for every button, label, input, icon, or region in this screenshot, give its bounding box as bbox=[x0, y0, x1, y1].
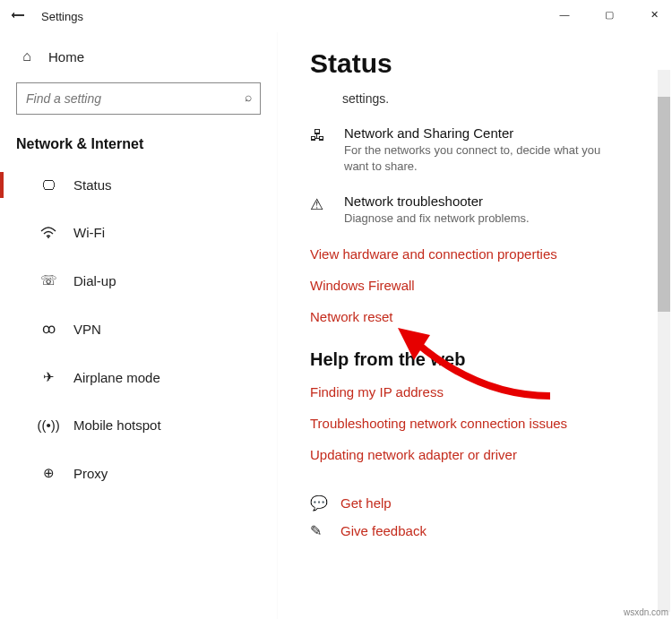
sidebar-item-label: VPN bbox=[73, 322, 101, 337]
airplane-icon: ✈ bbox=[39, 369, 57, 385]
sidebar: ⌂ Home ⌕ Network & Internet 🖵 Status Wi-… bbox=[0, 32, 278, 619]
sidebar-item-label: Wi-Fi bbox=[73, 225, 105, 240]
proxy-icon: ⊕ bbox=[39, 465, 57, 481]
wifi-icon bbox=[39, 227, 57, 239]
home-label: Home bbox=[48, 49, 84, 64]
link-firewall[interactable]: Windows Firewall bbox=[310, 278, 652, 293]
sidebar-item-status[interactable]: 🖵 Status bbox=[13, 167, 277, 203]
svg-point-0 bbox=[47, 236, 49, 238]
sidebar-item-hotspot[interactable]: ((•)) Mobile hotspot bbox=[13, 407, 277, 443]
vpn-icon: ꝏ bbox=[39, 321, 57, 337]
home-nav[interactable]: ⌂ Home bbox=[13, 39, 277, 73]
sharing-icon: 🖧 bbox=[310, 125, 330, 174]
get-help-link: Get help bbox=[340, 495, 392, 511]
close-button[interactable]: ✕ bbox=[642, 5, 667, 23]
sidebar-item-label: Mobile hotspot bbox=[73, 417, 161, 433]
help-heading: Help from the web bbox=[310, 349, 652, 370]
feedback-row[interactable]: ✎ Give feedback bbox=[310, 522, 652, 539]
link-network-reset[interactable]: Network reset bbox=[310, 309, 652, 324]
row-desc: For the networks you connect to, decide … bbox=[344, 142, 622, 174]
sidebar-item-airplane[interactable]: ✈ Airplane mode bbox=[13, 358, 277, 396]
sidebar-item-label: Dial-up bbox=[73, 273, 116, 288]
watermark: wsxdn.com bbox=[624, 607, 668, 617]
scrollbar-thumb[interactable] bbox=[658, 97, 670, 312]
hotspot-icon: ((•)) bbox=[39, 417, 57, 433]
sharing-center-row[interactable]: 🖧 Network and Sharing Center For the net… bbox=[310, 125, 652, 174]
feedback-icon: ✎ bbox=[310, 522, 328, 539]
sidebar-item-label: Airplane mode bbox=[73, 370, 160, 385]
feedback-link: Give feedback bbox=[340, 523, 426, 538]
sidebar-item-label: Status bbox=[73, 177, 112, 193]
main-panel: Status settings. 🖧 Network and Sharing C… bbox=[278, 32, 672, 619]
warning-icon: ⚠ bbox=[310, 193, 330, 227]
search-icon: ⌕ bbox=[245, 90, 252, 104]
sidebar-item-label: Proxy bbox=[73, 466, 108, 481]
maximize-button[interactable]: ▢ bbox=[597, 5, 622, 23]
troubleshooter-row[interactable]: ⚠ Network troubleshooter Diagnose and fi… bbox=[310, 193, 652, 227]
sub-text: settings. bbox=[342, 91, 652, 106]
help-link-troubleshoot[interactable]: Troubleshooting network connection issue… bbox=[310, 416, 652, 431]
scrollbar[interactable] bbox=[658, 70, 670, 612]
window-controls: — ▢ ✕ bbox=[552, 5, 667, 23]
sidebar-item-wifi[interactable]: Wi-Fi bbox=[13, 214, 277, 251]
page-title: Status bbox=[310, 48, 652, 79]
link-hardware[interactable]: View hardware and connection properties bbox=[310, 246, 652, 262]
get-help-row[interactable]: 💬 Get help bbox=[310, 494, 652, 512]
sidebar-item-vpn[interactable]: ꝏ VPN bbox=[13, 310, 277, 348]
row-desc: Diagnose and fix network problems. bbox=[344, 211, 530, 227]
minimize-button[interactable]: — bbox=[552, 5, 577, 23]
row-title: Network and Sharing Center bbox=[344, 125, 622, 141]
search-input[interactable] bbox=[16, 82, 261, 115]
window-title: Settings bbox=[41, 10, 83, 23]
category-label: Network & Internet bbox=[13, 131, 277, 167]
dialup-icon: ☏ bbox=[39, 272, 57, 288]
help-link-adapter[interactable]: Updating network adapter or driver bbox=[310, 447, 652, 462]
sidebar-item-proxy[interactable]: ⊕ Proxy bbox=[13, 454, 277, 492]
status-icon: 🖵 bbox=[39, 177, 57, 193]
sidebar-item-dialup[interactable]: ☏ Dial-up bbox=[13, 262, 277, 299]
row-title: Network troubleshooter bbox=[344, 193, 530, 209]
home-icon: ⌂ bbox=[18, 48, 36, 64]
chat-icon: 💬 bbox=[310, 494, 328, 512]
back-icon[interactable]: 🠔 bbox=[11, 8, 32, 24]
help-link-ip[interactable]: Finding my IP address bbox=[310, 384, 652, 400]
